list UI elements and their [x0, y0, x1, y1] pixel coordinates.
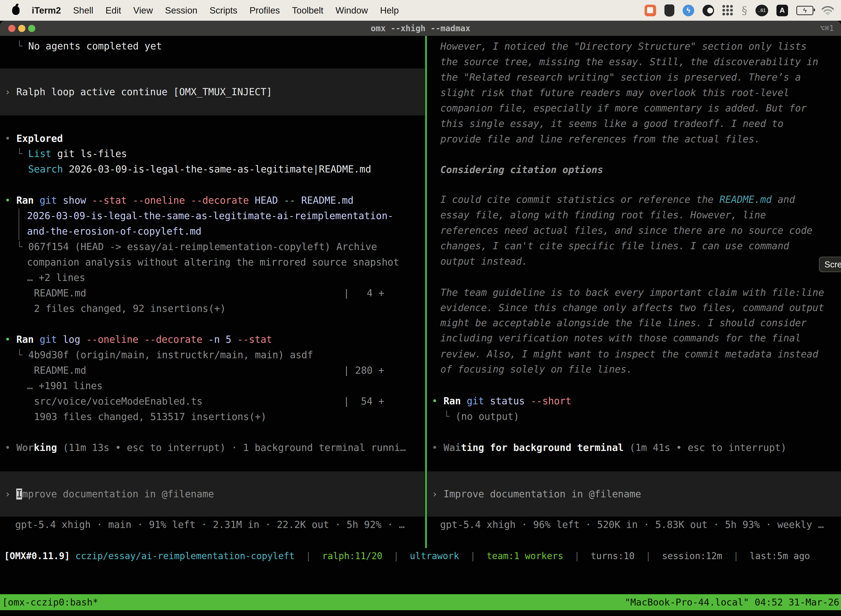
menu-item-profiles[interactable]: Profiles: [249, 5, 280, 16]
messenger-bolt-icon[interactable]: ϟ: [683, 5, 694, 16]
tmux-status-bar: [omx-cczip0:bash* "MacBook-Pro-44.local"…: [0, 594, 841, 610]
menu-items: iTerm2ShellEditViewSessionScriptsProfile…: [23, 5, 399, 16]
apple-logo-icon[interactable]: [12, 6, 20, 15]
text-segment: |: [294, 551, 322, 561]
text-segment: turns:10: [591, 551, 634, 561]
menu-item-toolbelt[interactable]: Toolbelt: [292, 5, 323, 16]
tmux-host-clock: "MacBook-Pro-44.local" 04:52 31-Mar-26: [625, 594, 840, 610]
menu-item-help[interactable]: Help: [380, 5, 399, 16]
text-segment: |: [382, 551, 410, 561]
text-segment: session:12m: [662, 551, 722, 561]
text-segment: |: [634, 551, 662, 561]
text-segment: last:5m ago: [750, 551, 810, 561]
text-segment: ultrawork: [410, 551, 459, 561]
window-title-bar: omx --xhigh --madmax ⌥⌘1: [0, 21, 841, 36]
screen-record-icon[interactable]: [645, 5, 656, 16]
menu-item-window[interactable]: Window: [336, 5, 368, 16]
menu-item-edit[interactable]: Edit: [105, 5, 121, 16]
shield-icon[interactable]: [664, 4, 674, 16]
tmux-session-label[interactable]: [omx-cczip0:bash*: [2, 594, 98, 610]
text-segment: |: [459, 551, 486, 561]
menu-item-session[interactable]: Session: [165, 5, 197, 16]
text-segment: |: [563, 551, 591, 561]
text-segment: |: [722, 551, 750, 561]
omx-status-bar: [OMX#0.11.9] cczip/essay/ai-reimplementa…: [4, 549, 841, 564]
kraken-icon[interactable]: §: [742, 4, 747, 17]
window-shortcut-badge: ⌥⌘1: [820, 21, 834, 36]
menu-status-icons: ϟ § ..61 A ϟ: [645, 4, 834, 17]
terminal-bottom-area: [OMX#0.11.9] cczip/essay/ai-reimplementa…: [0, 36, 841, 582]
moon-toggle-icon[interactable]: [702, 5, 714, 16]
pane-divider[interactable]: [425, 36, 427, 548]
menu-item-shell[interactable]: Shell: [73, 5, 93, 16]
text-segment: cczip/essay/ai-reimplementation-copyleft: [75, 551, 294, 561]
dots-grid-icon[interactable]: [722, 5, 733, 16]
menu-item-view[interactable]: View: [133, 5, 153, 16]
battery-icon[interactable]: ϟ: [796, 6, 813, 15]
battery-count-icon[interactable]: ..61: [756, 5, 768, 16]
wifi-icon[interactable]: [822, 6, 834, 15]
text-segment: ralph:11/20: [322, 551, 382, 561]
window-title: omx --xhigh --madmax: [0, 21, 841, 36]
text-segment: team:1 workers: [486, 551, 563, 561]
menu-bar: iTerm2ShellEditViewSessionScriptsProfile…: [0, 0, 841, 21]
input-source-icon[interactable]: A: [777, 5, 788, 16]
menu-item-scripts[interactable]: Scripts: [210, 5, 237, 16]
text-segment: [OMX#0.11.9]: [4, 551, 75, 561]
menu-item-iterm2[interactable]: iTerm2: [32, 5, 61, 16]
screen-share-chip[interactable]: Scre: [819, 257, 841, 272]
